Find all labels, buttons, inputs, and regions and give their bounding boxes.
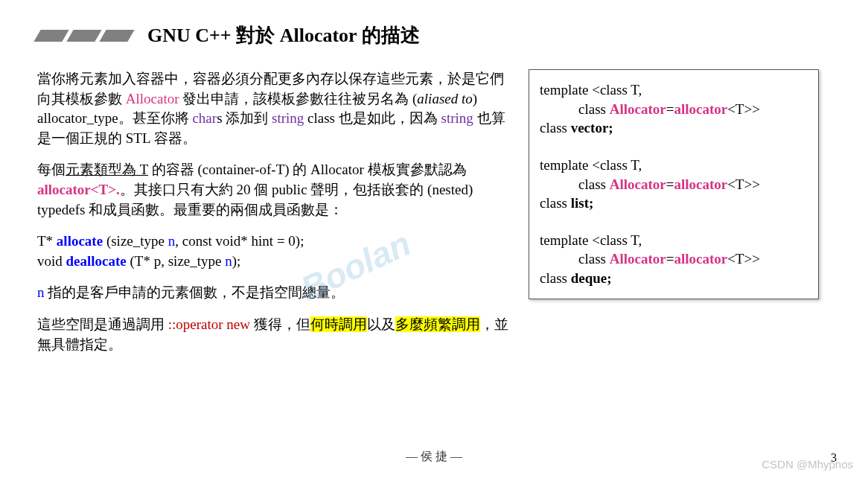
stripes-decoration (37, 30, 131, 42)
text: ); (232, 253, 241, 269)
param-n: n (168, 233, 176, 249)
func-deallocate: deallocate (66, 253, 127, 269)
text: s 添加到 (217, 110, 272, 126)
param-n: n (225, 253, 232, 269)
highlight-how-often: 多麼頻繁調用 (395, 316, 480, 332)
paragraph-4: 這些空間是通過調用 ::operator new 獲得，但何時調用以及多麼頻繁調… (37, 315, 514, 354)
text: <T>> (727, 176, 760, 192)
keyword-allocator: Allocator (610, 101, 666, 117)
text: 的容器 (container-of-T) 的 Allocator 模板實參默認為 (148, 162, 467, 177)
keyword-allocator: Allocator (610, 251, 666, 267)
highlight-when: 何時調用 (310, 316, 367, 332)
text: 發出申請，該模板參數往往被另名為 ( (179, 91, 418, 106)
text: class 也是如此，因為 (304, 110, 441, 126)
text: 這些空間是通過調用 (37, 316, 168, 332)
text: 以及 (367, 316, 395, 332)
text: class (578, 176, 610, 192)
text: (T* p, size_type (127, 253, 225, 269)
keyword-string: string (441, 110, 473, 126)
text: = (666, 101, 674, 117)
keyword-allocator-t: allocator (674, 101, 727, 117)
class-vector: vector; (571, 120, 613, 136)
header-row: GNU C++ 對於 Allocator 的描述 (37, 22, 831, 48)
func-allocate: allocate (57, 233, 103, 249)
paragraph-3: n 指的是客戶申請的元素個數，不是指空間總量。 (37, 283, 514, 303)
paragraph-1: 當你將元素加入容器中，容器必須分配更多內存以保存這些元素，於是它們向其模板參數 … (37, 69, 514, 148)
keyword-allocator-t: allocator (674, 176, 727, 192)
slide: GNU C++ 對於 Allocator 的描述 當你將元素加入容器中，容器必須… (0, 0, 868, 478)
footer-author: — 侯 捷 — (0, 449, 868, 465)
text: template <class T, (540, 82, 642, 98)
text: 獲得，但 (250, 316, 310, 332)
var-n: n (37, 284, 45, 300)
stripe-icon (33, 30, 68, 42)
text: template <class T, (540, 157, 642, 173)
text: , const void* hint = 0); (175, 233, 304, 249)
template-list: template <class T, class Allocator=alloc… (540, 156, 808, 213)
text: class (578, 101, 610, 117)
keyword-allocator-t: allocator<T>. (37, 182, 120, 197)
template-deque: template <class T, class Allocator=alloc… (540, 231, 808, 288)
page-title: GNU C++ 對於 Allocator 的描述 (147, 22, 420, 48)
keyword-char: char (192, 110, 217, 126)
text: class (540, 120, 571, 136)
keyword-string: string (272, 110, 304, 126)
text: class (540, 195, 571, 211)
template-vector: template <class T, class Allocator=alloc… (540, 80, 808, 138)
text: (size_type (103, 233, 168, 249)
keyword-allocator: Allocator (610, 176, 666, 192)
content-row: 當你將元素加入容器中，容器必須分配更多內存以保存這些元素，於是它們向其模板參數 … (37, 69, 831, 366)
text: 指的是客戶申請的元素個數，不是指空間總量。 (45, 284, 345, 300)
stripe-icon (66, 30, 101, 42)
text: 每個 (37, 162, 66, 177)
body-text: 當你將元素加入容器中，容器必須分配更多內存以保存這些元素，於是它們向其模板參數 … (37, 69, 514, 366)
underlined-text: 元素類型為 T (66, 162, 148, 177)
text: template <class T, (540, 232, 642, 248)
code-sidebar: template <class T, class Allocator=alloc… (529, 69, 819, 366)
class-deque: deque; (571, 270, 612, 286)
italic-text: aliased to (417, 91, 472, 106)
text: class (578, 251, 610, 267)
text: = (666, 176, 674, 192)
paragraph-2: 每個元素類型為 T 的容器 (container-of-T) 的 Allocat… (37, 160, 514, 220)
operator-new: ::operator new (168, 316, 250, 332)
text: <T>> (727, 251, 760, 267)
keyword-allocator: Allocator (126, 91, 179, 106)
class-list: list; (571, 195, 594, 211)
watermark-csdn: CSDN @Mhypnos (762, 458, 853, 471)
text: void (37, 253, 66, 269)
stripe-icon (99, 30, 134, 42)
text: class (540, 270, 571, 286)
code-box: template <class T, class Allocator=alloc… (529, 69, 819, 299)
text: = (666, 251, 674, 267)
text: T* (37, 233, 57, 249)
function-signatures: T* allocate (size_type n, const void* hi… (37, 232, 514, 271)
text: <T>> (727, 101, 760, 117)
keyword-allocator-t: allocator (674, 251, 727, 267)
